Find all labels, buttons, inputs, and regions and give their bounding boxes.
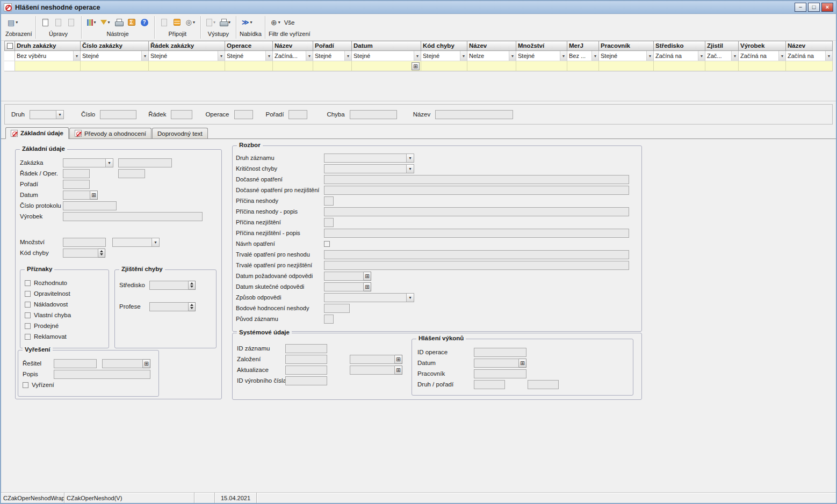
tab-prevody-a-ohodnoceni[interactable]: Převody a ohodnocení <box>69 128 151 138</box>
grid-filter-input-15[interactable] <box>786 61 833 71</box>
tab-doprovodny-text[interactable]: Doprovodný text <box>152 128 208 138</box>
edit-record-button[interactable] <box>52 16 65 29</box>
grid-filter-input-5[interactable] <box>313 61 352 71</box>
cislo-protokolu-input[interactable] <box>63 201 117 210</box>
chevron-down-icon[interactable]: ▾ <box>509 51 516 61</box>
menu-button[interactable]: ≫ ▾ <box>240 16 255 29</box>
select-all-checkbox[interactable] <box>7 43 13 49</box>
delete-record-button[interactable] <box>65 16 78 29</box>
grid-filter-combo-8[interactable]: Nelze▾ <box>467 51 516 61</box>
chevron-down-icon[interactable]: ▾ <box>778 51 785 61</box>
pricina-neshody-popis-input[interactable] <box>324 207 629 216</box>
poradi-detail-input[interactable] <box>63 180 90 189</box>
grid-column-header-5[interactable]: Pořadí <box>313 41 352 51</box>
grid-body-empty[interactable] <box>1 71 836 101</box>
druh-poradi-input-2[interactable] <box>528 380 559 389</box>
grid-filter-input-1[interactable] <box>81 61 149 71</box>
pricina-nezjisteni-input[interactable] <box>324 218 334 227</box>
chevron-down-icon[interactable]: ▾ <box>698 51 705 61</box>
chevron-down-icon[interactable]: ▾ <box>141 51 148 61</box>
kod-chyby-input[interactable] <box>63 249 98 258</box>
grid-filter-input-0[interactable] <box>15 61 81 71</box>
filter-button[interactable]: ▾ <box>98 16 112 29</box>
grid-column-header-11[interactable]: Pracovník <box>599 41 654 51</box>
spinner-button[interactable] <box>189 281 196 290</box>
grid-column-header-2[interactable]: Řádek zakázky <box>149 41 225 51</box>
vlastni-chyba-checkbox[interactable] <box>25 312 31 318</box>
kriticnost-chyby-combo[interactable]: ▾ <box>324 164 414 173</box>
datum-pozadovane-odpovedi-input[interactable] <box>324 272 364 281</box>
zpusob-odpovedi-combo[interactable]: ▾ <box>324 293 414 302</box>
grid-column-header-8[interactable]: Název <box>467 41 516 51</box>
navrh-opatreni-checkbox[interactable] <box>324 241 330 247</box>
grid-column-header-1[interactable]: Číslo zakázky <box>81 41 149 51</box>
grid-select-all-cell[interactable] <box>4 41 15 51</box>
radek-oper-input-1[interactable] <box>63 169 90 178</box>
grid-filter-combo-15[interactable]: Začíná na▾ <box>786 51 833 61</box>
chevron-down-icon[interactable]: ▾ <box>73 51 80 61</box>
grid-filter-combo-7[interactable]: Stejné▾ <box>421 51 467 61</box>
grid-column-header-6[interactable]: Datum <box>352 41 421 51</box>
spinner-button[interactable] <box>98 249 105 258</box>
docasne-opatreni-nezjisteni-input[interactable] <box>324 186 629 195</box>
grid-filter-combo-2[interactable]: Stejné▾ <box>149 51 225 61</box>
radek-oper-input-2[interactable] <box>118 169 145 178</box>
grid-column-header-10[interactable]: MerJ <box>567 41 599 51</box>
grid-filter-input-6[interactable]: ⊞ <box>352 61 421 71</box>
nazev-input[interactable] <box>435 110 513 119</box>
chevron-down-icon[interactable]: ▾ <box>306 51 313 61</box>
grid-filter-combo-0[interactable]: Bez výběru▾ <box>15 51 81 61</box>
zalozeni-datum-input[interactable] <box>350 355 395 364</box>
druh-zaznamu-combo[interactable]: ▾ <box>324 154 414 163</box>
grid-filter-input-8[interactable] <box>467 61 516 71</box>
radek-input[interactable] <box>171 110 192 119</box>
grid-column-header-12[interactable]: Středisko <box>654 41 705 51</box>
profese-input[interactable] <box>149 302 189 311</box>
grid-filter-input-2[interactable] <box>149 61 225 71</box>
minimize-button[interactable]: − <box>795 3 806 12</box>
grid-filter-input-3[interactable] <box>225 61 273 71</box>
date-picker-button[interactable]: ⊞ <box>143 359 150 368</box>
close-button[interactable]: × <box>821 3 833 12</box>
grid-filter-input-9[interactable] <box>516 61 567 71</box>
date-picker-button[interactable]: ⊞ <box>90 191 98 200</box>
tab-zakladni-udaje[interactable]: Základní údaje <box>5 127 69 139</box>
grid-filter-input-11[interactable] <box>599 61 654 71</box>
filter-scope-value[interactable]: Vše <box>284 19 295 26</box>
grid-filter-input-10[interactable] <box>567 61 599 71</box>
chyba-input[interactable] <box>350 110 397 119</box>
grid-column-header-14[interactable]: Výrobek <box>739 41 786 51</box>
sum-button[interactable]: Σ <box>125 16 138 29</box>
date-picker-button[interactable]: ⊞ <box>364 272 371 281</box>
grid-filter-input-14[interactable] <box>739 61 786 71</box>
maximize-button[interactable]: □ <box>808 3 820 12</box>
grid-filter-combo-4[interactable]: Začíná...▾ <box>273 51 313 61</box>
chevron-down-icon[interactable]: ▾ <box>646 51 653 61</box>
aktualizace-input[interactable] <box>285 366 327 375</box>
grid-filter-combo-5[interactable]: Stejné▾ <box>313 51 352 61</box>
date-picker-button[interactable]: ⊞ <box>519 359 526 368</box>
chevron-down-icon[interactable]: ▾ <box>218 51 225 61</box>
grid-filter-combo-6[interactable]: Stejné▾ <box>352 51 421 61</box>
grid-filter-combo-9[interactable]: Stejné▾ <box>516 51 567 61</box>
vyrobek-input[interactable] <box>63 212 203 221</box>
vyreseni-popis-input[interactable] <box>54 370 150 379</box>
prodejne-checkbox[interactable] <box>25 323 31 329</box>
mnozstvi-merj-combo[interactable]: ▾ <box>112 238 160 247</box>
chevron-down-icon[interactable]: ▾ <box>344 51 351 61</box>
grid-filter-input-12[interactable] <box>654 61 705 71</box>
grid-filter-combo-14[interactable]: Začíná na▾ <box>739 51 786 61</box>
chevron-down-icon[interactable]: ▾ <box>560 51 567 61</box>
id-operace-input[interactable] <box>474 348 526 357</box>
cislo-input[interactable] <box>100 110 136 119</box>
opravitelnost-checkbox[interactable] <box>25 291 31 297</box>
grid-filter-combo-10[interactable]: Bez ...▾ <box>567 51 599 61</box>
grid-column-header-7[interactable]: Kód chyby <box>421 41 467 51</box>
docasne-opatreni-input[interactable] <box>324 175 629 184</box>
help-button[interactable]: ? <box>138 16 151 29</box>
grid-column-header-3[interactable]: Operace <box>225 41 273 51</box>
grid-filter-combo-13[interactable]: Zač...▾ <box>705 51 739 61</box>
trvale-opatreni-nezjisteni-input[interactable] <box>324 261 629 270</box>
chevron-down-icon[interactable]: ▾ <box>414 51 421 61</box>
id-zaznamu-input[interactable] <box>285 344 327 353</box>
